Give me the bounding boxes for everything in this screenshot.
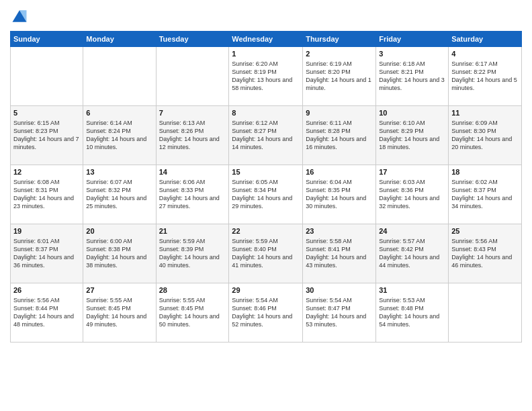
day-number: 17: [379, 167, 445, 177]
day-number: 15: [232, 167, 300, 177]
calendar-day-cell: 10Sunrise: 6:10 AMSunset: 8:29 PMDayligh…: [376, 106, 449, 165]
day-info: Sunrise: 5:53 AMSunset: 8:48 PMDaylight:…: [379, 296, 445, 329]
logo: [10, 7, 32, 26]
calendar-day-cell: 20Sunrise: 6:00 AMSunset: 8:38 PMDayligh…: [83, 224, 156, 283]
day-info: Sunrise: 6:10 AMSunset: 8:29 PMDaylight:…: [379, 119, 445, 152]
calendar-day-cell: [449, 283, 522, 342]
calendar-day-cell: 26Sunrise: 5:56 AMSunset: 8:44 PMDayligh…: [11, 283, 83, 342]
calendar-day-cell: [156, 47, 229, 106]
calendar-day-cell: 15Sunrise: 6:05 AMSunset: 8:34 PMDayligh…: [229, 165, 303, 224]
day-info: Sunrise: 6:19 AMSunset: 8:20 PMDaylight:…: [306, 60, 373, 93]
calendar-day-cell: 21Sunrise: 5:59 AMSunset: 8:39 PMDayligh…: [156, 224, 229, 283]
day-info: Sunrise: 6:04 AMSunset: 8:35 PMDaylight:…: [306, 178, 373, 211]
day-info: Sunrise: 5:57 AMSunset: 8:42 PMDaylight:…: [379, 237, 445, 270]
calendar-day-cell: 23Sunrise: 5:58 AMSunset: 8:41 PMDayligh…: [303, 224, 376, 283]
day-info: Sunrise: 5:55 AMSunset: 8:45 PMDaylight:…: [86, 296, 152, 329]
calendar-day-cell: 30Sunrise: 5:54 AMSunset: 8:47 PMDayligh…: [303, 283, 376, 342]
calendar-day-cell: 7Sunrise: 6:13 AMSunset: 8:26 PMDaylight…: [156, 106, 229, 165]
calendar-day-cell: 9Sunrise: 6:11 AMSunset: 8:28 PMDaylight…: [303, 106, 376, 165]
day-info: Sunrise: 6:12 AMSunset: 8:27 PMDaylight:…: [232, 119, 300, 152]
day-info: Sunrise: 6:06 AMSunset: 8:33 PMDaylight:…: [159, 178, 226, 211]
calendar-header-row: SundayMondayTuesdayWednesdayThursdayFrid…: [11, 32, 522, 47]
day-info: Sunrise: 6:08 AMSunset: 8:31 PMDaylight:…: [13, 178, 80, 211]
weekday-header: Monday: [83, 32, 156, 47]
page: SundayMondayTuesdayWednesdayThursdayFrid…: [0, 0, 532, 411]
day-info: Sunrise: 5:54 AMSunset: 8:46 PMDaylight:…: [232, 296, 300, 329]
day-number: 23: [306, 226, 373, 236]
day-number: 18: [451, 167, 519, 177]
weekday-header: Tuesday: [156, 32, 229, 47]
calendar-table: SundayMondayTuesdayWednesdayThursdayFrid…: [10, 31, 522, 342]
day-info: Sunrise: 5:56 AMSunset: 8:44 PMDaylight:…: [13, 296, 80, 329]
day-info: Sunrise: 6:05 AMSunset: 8:34 PMDaylight:…: [232, 178, 300, 211]
day-number: 3: [379, 49, 445, 59]
calendar-day-cell: 12Sunrise: 6:08 AMSunset: 8:31 PMDayligh…: [11, 165, 83, 224]
calendar-day-cell: 8Sunrise: 6:12 AMSunset: 8:27 PMDaylight…: [229, 106, 303, 165]
day-number: 14: [159, 167, 226, 177]
day-info: Sunrise: 6:07 AMSunset: 8:32 PMDaylight:…: [86, 178, 152, 211]
day-number: 31: [379, 285, 445, 295]
day-number: 25: [451, 226, 519, 236]
calendar-day-cell: 18Sunrise: 6:02 AMSunset: 8:37 PMDayligh…: [449, 165, 522, 224]
day-number: 21: [159, 226, 226, 236]
calendar-day-cell: 16Sunrise: 6:04 AMSunset: 8:35 PMDayligh…: [303, 165, 376, 224]
day-info: Sunrise: 6:11 AMSunset: 8:28 PMDaylight:…: [306, 119, 373, 152]
calendar-day-cell: 28Sunrise: 5:55 AMSunset: 8:45 PMDayligh…: [156, 283, 229, 342]
day-number: 30: [306, 285, 373, 295]
calendar-day-cell: 29Sunrise: 5:54 AMSunset: 8:46 PMDayligh…: [229, 283, 303, 342]
day-number: 7: [159, 108, 226, 118]
day-number: 29: [232, 285, 300, 295]
calendar-week-row: 5Sunrise: 6:15 AMSunset: 8:23 PMDaylight…: [11, 106, 522, 165]
day-info: Sunrise: 5:58 AMSunset: 8:41 PMDaylight:…: [306, 237, 373, 270]
day-number: 20: [86, 226, 152, 236]
day-info: Sunrise: 6:00 AMSunset: 8:38 PMDaylight:…: [86, 237, 152, 270]
day-info: Sunrise: 5:54 AMSunset: 8:47 PMDaylight:…: [306, 296, 373, 329]
day-number: 27: [86, 285, 152, 295]
day-info: Sunrise: 6:01 AMSunset: 8:37 PMDaylight:…: [13, 237, 80, 270]
day-info: Sunrise: 6:03 AMSunset: 8:36 PMDaylight:…: [379, 178, 445, 211]
day-number: 12: [13, 167, 80, 177]
weekday-header: Wednesday: [229, 32, 303, 47]
day-number: 24: [379, 226, 445, 236]
day-number: 2: [306, 49, 373, 59]
day-info: Sunrise: 6:17 AMSunset: 8:22 PMDaylight:…: [451, 60, 519, 93]
day-number: 6: [86, 108, 152, 118]
calendar-day-cell: 17Sunrise: 6:03 AMSunset: 8:36 PMDayligh…: [376, 165, 449, 224]
calendar-week-row: 12Sunrise: 6:08 AMSunset: 8:31 PMDayligh…: [11, 165, 522, 224]
day-info: Sunrise: 6:13 AMSunset: 8:26 PMDaylight:…: [159, 119, 226, 152]
day-info: Sunrise: 5:59 AMSunset: 8:40 PMDaylight:…: [232, 237, 300, 270]
calendar-day-cell: 22Sunrise: 5:59 AMSunset: 8:40 PMDayligh…: [229, 224, 303, 283]
calendar-day-cell: 13Sunrise: 6:07 AMSunset: 8:32 PMDayligh…: [83, 165, 156, 224]
calendar-day-cell: 11Sunrise: 6:09 AMSunset: 8:30 PMDayligh…: [449, 106, 522, 165]
calendar-day-cell: 6Sunrise: 6:14 AMSunset: 8:24 PMDaylight…: [83, 106, 156, 165]
calendar-day-cell: 5Sunrise: 6:15 AMSunset: 8:23 PMDaylight…: [11, 106, 83, 165]
calendar-day-cell: 14Sunrise: 6:06 AMSunset: 8:33 PMDayligh…: [156, 165, 229, 224]
day-number: 16: [306, 167, 373, 177]
day-number: 1: [232, 49, 300, 59]
calendar-week-row: 26Sunrise: 5:56 AMSunset: 8:44 PMDayligh…: [11, 283, 522, 342]
weekday-header: Friday: [376, 32, 449, 47]
day-number: 10: [379, 108, 445, 118]
calendar-day-cell: [11, 47, 83, 106]
day-info: Sunrise: 5:59 AMSunset: 8:39 PMDaylight:…: [159, 237, 226, 270]
header: [10, 7, 522, 26]
calendar-day-cell: 19Sunrise: 6:01 AMSunset: 8:37 PMDayligh…: [11, 224, 83, 283]
calendar-week-row: 19Sunrise: 6:01 AMSunset: 8:37 PMDayligh…: [11, 224, 522, 283]
day-number: 5: [13, 108, 80, 118]
weekday-header: Thursday: [303, 32, 376, 47]
calendar-day-cell: 3Sunrise: 6:18 AMSunset: 8:21 PMDaylight…: [376, 47, 449, 106]
calendar-week-row: 1Sunrise: 6:20 AMSunset: 8:19 PMDaylight…: [11, 47, 522, 106]
day-number: 4: [451, 49, 519, 59]
day-info: Sunrise: 6:20 AMSunset: 8:19 PMDaylight:…: [232, 60, 300, 93]
logo-icon: [10, 7, 29, 26]
calendar-day-cell: 24Sunrise: 5:57 AMSunset: 8:42 PMDayligh…: [376, 224, 449, 283]
day-number: 8: [232, 108, 300, 118]
day-number: 11: [451, 108, 519, 118]
calendar-day-cell: 25Sunrise: 5:56 AMSunset: 8:43 PMDayligh…: [449, 224, 522, 283]
calendar-day-cell: 2Sunrise: 6:19 AMSunset: 8:20 PMDaylight…: [303, 47, 376, 106]
day-info: Sunrise: 6:18 AMSunset: 8:21 PMDaylight:…: [379, 60, 445, 93]
day-number: 22: [232, 226, 300, 236]
calendar-day-cell: 27Sunrise: 5:55 AMSunset: 8:45 PMDayligh…: [83, 283, 156, 342]
weekday-header: Sunday: [11, 32, 83, 47]
day-number: 9: [306, 108, 373, 118]
